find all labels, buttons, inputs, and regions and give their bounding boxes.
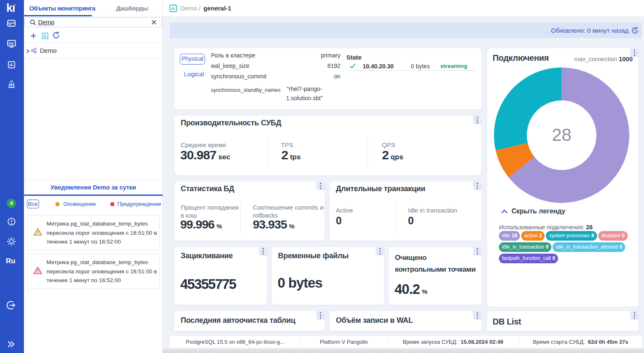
svg-text:SQL: SQL — [8, 42, 15, 45]
